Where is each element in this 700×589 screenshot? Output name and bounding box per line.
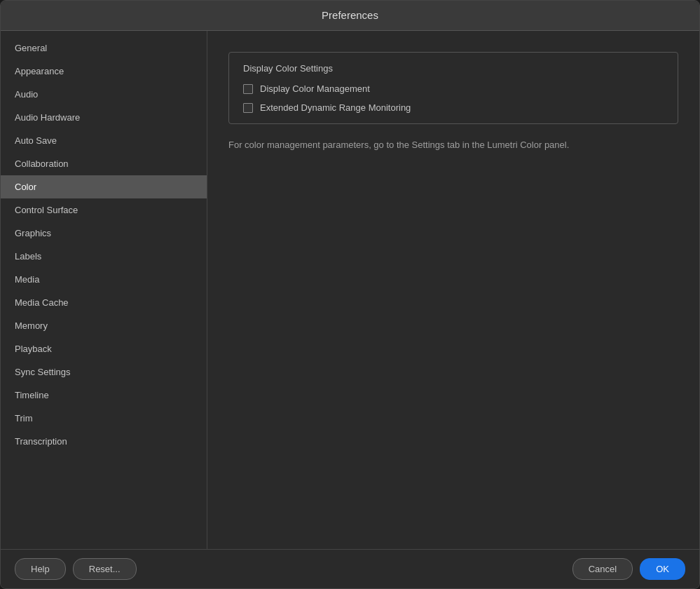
- display-color-management-checkbox[interactable]: [243, 84, 253, 94]
- main-panel: Display Color Settings Display Color Man…: [207, 31, 699, 549]
- sidebar-item-playback[interactable]: Playback: [1, 337, 207, 360]
- info-text: For color management parameters, go to t…: [228, 138, 678, 152]
- help-button[interactable]: Help: [15, 558, 66, 580]
- sidebar-item-sync-settings[interactable]: Sync Settings: [1, 360, 207, 384]
- cancel-button[interactable]: Cancel: [572, 558, 633, 580]
- sidebar-item-timeline[interactable]: Timeline: [1, 384, 207, 407]
- title-bar: Preferences: [1, 1, 699, 31]
- preferences-dialog: Preferences GeneralAppearanceAudioAudio …: [0, 0, 700, 589]
- display-color-management-label: Display Color Management: [260, 83, 370, 94]
- display-color-settings-box: Display Color Settings Display Color Man…: [228, 52, 678, 124]
- sidebar-item-graphics[interactable]: Graphics: [1, 222, 207, 245]
- sidebar: GeneralAppearanceAudioAudio HardwareAuto…: [1, 31, 207, 549]
- sidebar-item-auto-save[interactable]: Auto Save: [1, 129, 207, 152]
- content-area: GeneralAppearanceAudioAudio HardwareAuto…: [1, 31, 699, 549]
- reset-button[interactable]: Reset...: [73, 558, 137, 580]
- sidebar-item-media-cache[interactable]: Media Cache: [1, 291, 207, 314]
- sidebar-item-audio-hardware[interactable]: Audio Hardware: [1, 106, 207, 129]
- dialog-title: Preferences: [322, 9, 378, 21]
- sidebar-item-media[interactable]: Media: [1, 268, 207, 291]
- sidebar-item-transcription[interactable]: Transcription: [1, 430, 207, 453]
- extended-dynamic-range-label: Extended Dynamic Range Monitoring: [260, 102, 411, 113]
- bottom-bar: Help Reset... Cancel OK: [1, 549, 699, 588]
- section-title: Display Color Settings: [243, 63, 664, 74]
- bottom-left-buttons: Help Reset...: [15, 558, 137, 580]
- sidebar-item-trim[interactable]: Trim: [1, 407, 207, 430]
- sidebar-item-memory[interactable]: Memory: [1, 314, 207, 337]
- sidebar-item-color[interactable]: Color: [1, 175, 207, 198]
- sidebar-item-audio[interactable]: Audio: [1, 83, 207, 106]
- sidebar-item-collaboration[interactable]: Collaboration: [1, 152, 207, 175]
- sidebar-item-appearance[interactable]: Appearance: [1, 60, 207, 83]
- ok-button[interactable]: OK: [640, 558, 685, 580]
- extended-dynamic-range-checkbox[interactable]: [243, 103, 253, 113]
- sidebar-item-labels[interactable]: Labels: [1, 245, 207, 268]
- display-color-management-row: Display Color Management: [243, 83, 664, 94]
- sidebar-item-general[interactable]: General: [1, 36, 207, 60]
- extended-dynamic-range-row: Extended Dynamic Range Monitoring: [243, 102, 664, 113]
- bottom-right-buttons: Cancel OK: [572, 558, 685, 580]
- sidebar-item-control-surface[interactable]: Control Surface: [1, 198, 207, 222]
